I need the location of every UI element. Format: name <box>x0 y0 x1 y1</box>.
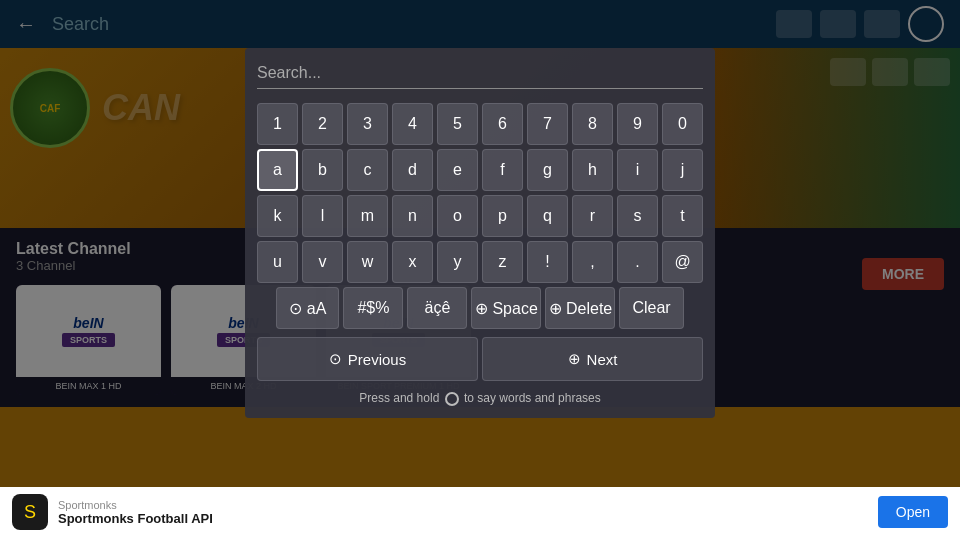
key-d[interactable]: d <box>392 149 433 191</box>
key-at[interactable]: @ <box>662 241 703 283</box>
key-b[interactable]: b <box>302 149 343 191</box>
key-6[interactable]: 6 <box>482 103 523 145</box>
key-j[interactable]: j <box>662 149 703 191</box>
key-rows: 1 2 3 4 5 6 7 8 9 0 a b c d e f g h i j … <box>257 103 703 283</box>
row-u-at: u v w x y z ! , . @ <box>257 241 703 283</box>
key-t[interactable]: t <box>662 195 703 237</box>
key-2[interactable]: 2 <box>302 103 343 145</box>
hint-suffix: to say words and phrases <box>464 391 601 405</box>
key-c[interactable]: c <box>347 149 388 191</box>
previous-icon: ⊙ <box>329 350 342 368</box>
key-o[interactable]: o <box>437 195 478 237</box>
symbols-key[interactable]: #$% <box>343 287 403 329</box>
ad-banner: S Sportmonks Sportmonks Football API Ope… <box>0 487 960 537</box>
key-period[interactable]: . <box>617 241 658 283</box>
key-p[interactable]: p <box>482 195 523 237</box>
key-l[interactable]: l <box>302 195 343 237</box>
previous-button[interactable]: ⊙ Previous <box>257 337 478 381</box>
key-v[interactable]: v <box>302 241 343 283</box>
next-icon: ⊕ <box>568 350 581 368</box>
key-a[interactable]: a <box>257 149 298 191</box>
key-h[interactable]: h <box>572 149 613 191</box>
key-m[interactable]: m <box>347 195 388 237</box>
hint-prefix: Press and hold <box>359 391 439 405</box>
key-e[interactable]: e <box>437 149 478 191</box>
row-k-t: k l m n o p q r s t <box>257 195 703 237</box>
key-u[interactable]: u <box>257 241 298 283</box>
key-9[interactable]: 9 <box>617 103 658 145</box>
key-i[interactable]: i <box>617 149 658 191</box>
next-button[interactable]: ⊕ Next <box>482 337 703 381</box>
key-4[interactable]: 4 <box>392 103 433 145</box>
key-0[interactable]: 0 <box>662 103 703 145</box>
search-placeholder: Search... <box>257 64 321 81</box>
key-exclaim[interactable]: ! <box>527 241 568 283</box>
key-r[interactable]: r <box>572 195 613 237</box>
search-input-area[interactable]: Search... <box>257 64 703 89</box>
ad-company: Sportmonks <box>58 499 868 511</box>
key-3[interactable]: 3 <box>347 103 388 145</box>
hint-text: Press and hold to say words and phrases <box>257 391 703 410</box>
key-n[interactable]: n <box>392 195 433 237</box>
key-q[interactable]: q <box>527 195 568 237</box>
accents-key[interactable]: äçê <box>407 287 467 329</box>
hint-icon <box>445 392 459 406</box>
caps-key[interactable]: ⊙ aA <box>276 287 339 329</box>
row-a-j: a b c d e f g h i j <box>257 149 703 191</box>
number-row: 1 2 3 4 5 6 7 8 9 0 <box>257 103 703 145</box>
next-label: Next <box>587 351 618 368</box>
key-g[interactable]: g <box>527 149 568 191</box>
key-comma[interactable]: , <box>572 241 613 283</box>
keyboard-panel: Search... 1 2 3 4 5 6 7 8 9 0 a b c d e … <box>245 48 715 418</box>
clear-key[interactable]: Clear <box>619 287 683 329</box>
key-y[interactable]: y <box>437 241 478 283</box>
space-key[interactable]: ⊕ Space <box>471 287 541 329</box>
nav-row: ⊙ Previous ⊕ Next <box>257 337 703 381</box>
key-x[interactable]: x <box>392 241 433 283</box>
key-f[interactable]: f <box>482 149 523 191</box>
ad-icon: S <box>12 494 48 530</box>
key-w[interactable]: w <box>347 241 388 283</box>
ad-open-button[interactable]: Open <box>878 496 948 528</box>
action-row: ⊙ aA #$% äçê ⊕ Space ⊕ Delete Clear <box>257 287 703 329</box>
previous-label: Previous <box>348 351 406 368</box>
key-k[interactable]: k <box>257 195 298 237</box>
key-s[interactable]: s <box>617 195 658 237</box>
ad-title: Sportmonks Football API <box>58 511 868 526</box>
key-7[interactable]: 7 <box>527 103 568 145</box>
ad-text-area: Sportmonks Sportmonks Football API <box>58 499 868 526</box>
key-z[interactable]: z <box>482 241 523 283</box>
delete-key[interactable]: ⊕ Delete <box>545 287 615 329</box>
key-1[interactable]: 1 <box>257 103 298 145</box>
key-8[interactable]: 8 <box>572 103 613 145</box>
key-5[interactable]: 5 <box>437 103 478 145</box>
